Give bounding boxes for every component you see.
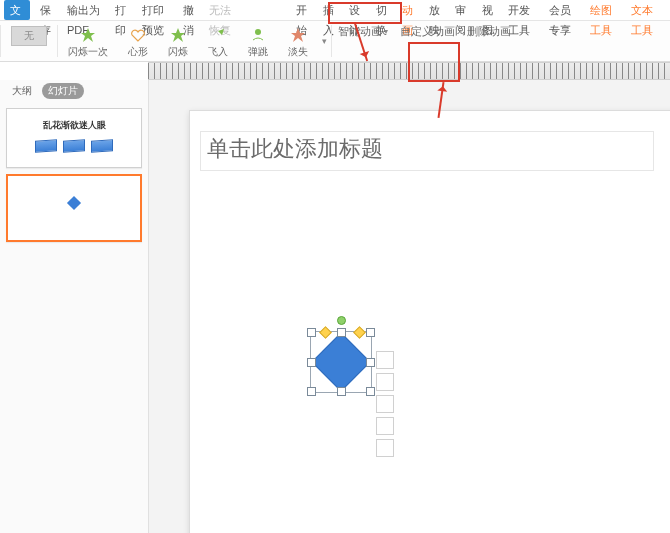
- context-tab-text[interactable]: 文本工具: [625, 0, 666, 20]
- star-icon: [170, 27, 186, 43]
- custom-animation-button[interactable]: 自定义动画: [394, 22, 461, 40]
- menu-save[interactable]: 保存: [34, 0, 60, 20]
- effect-bounce[interactable]: 弹跳: [238, 21, 278, 61]
- thumb-title: 乱花渐欲迷人眼: [7, 119, 141, 132]
- effect-heart[interactable]: 心形: [118, 21, 158, 61]
- fade-icon: [290, 27, 306, 43]
- adjust-handle[interactable]: [319, 326, 332, 339]
- slide-panel: 大纲 幻灯片 乱花渐欲迷人眼: [0, 80, 149, 533]
- slide-canvas[interactable]: 单击此处添加标题: [149, 80, 670, 533]
- resize-handle[interactable]: [366, 328, 375, 337]
- tab-outline[interactable]: 大纲: [6, 83, 38, 99]
- svg-point-2: [255, 29, 261, 35]
- none-icon: 无: [11, 26, 47, 46]
- delete-animation-button[interactable]: 删除动画: [461, 22, 517, 40]
- tab-member[interactable]: 会员专享: [543, 0, 584, 20]
- effect-flash-once[interactable]: 闪烁一次: [58, 21, 118, 61]
- menu-undo[interactable]: 撤消: [177, 0, 203, 20]
- anim-chip[interactable]: [376, 439, 394, 457]
- tab-start[interactable]: 开始: [290, 0, 316, 20]
- context-tab-draw[interactable]: 绘图工具: [584, 0, 625, 20]
- smart-animation-button[interactable]: 智能动画▾: [332, 22, 394, 40]
- tab-slideshow[interactable]: 放映: [423, 0, 449, 20]
- bounce-icon: [250, 27, 266, 43]
- adjust-handle[interactable]: [353, 326, 366, 339]
- chevron-down-icon: ▾: [322, 36, 327, 46]
- flyin-icon: [210, 27, 226, 43]
- resize-handle[interactable]: [307, 387, 316, 396]
- menu-print[interactable]: 打印: [109, 0, 135, 20]
- tab-slides[interactable]: 幻灯片: [42, 83, 84, 99]
- slide: 单击此处添加标题: [189, 110, 670, 533]
- thumb-diamond-icon: [67, 196, 81, 210]
- anim-chip[interactable]: [376, 351, 394, 369]
- resize-handle[interactable]: [337, 387, 346, 396]
- tab-insert[interactable]: 插入: [317, 0, 343, 20]
- resize-handle[interactable]: [307, 358, 316, 367]
- svg-marker-3: [291, 28, 305, 42]
- animation-order-chips: [376, 351, 394, 457]
- tab-dev[interactable]: 开发工具: [502, 0, 543, 20]
- star-icon: [80, 27, 96, 43]
- anim-chip[interactable]: [376, 395, 394, 413]
- selection-box: [310, 331, 372, 393]
- resize-handle[interactable]: [337, 328, 346, 337]
- selected-shape[interactable]: [310, 331, 370, 391]
- menubar: 文件 保存 输出为PDF 打印 打印预览 撤消 无法恢复 开始 插入 设计 切换…: [0, 0, 670, 21]
- menu-file[interactable]: 文件: [4, 0, 30, 20]
- effect-fadeout[interactable]: 淡失: [278, 21, 318, 61]
- effect-none[interactable]: 无: [1, 21, 57, 61]
- slide-thumb-1[interactable]: 乱花渐欲迷人眼: [6, 108, 142, 168]
- horizontal-ruler[interactable]: [148, 62, 670, 80]
- anim-chip[interactable]: [376, 417, 394, 435]
- menu-redo-disabled: 无法恢复: [203, 0, 244, 20]
- resize-handle[interactable]: [366, 358, 375, 367]
- resize-handle[interactable]: [366, 387, 375, 396]
- rotate-handle[interactable]: [337, 316, 346, 325]
- slide-thumb-2[interactable]: [6, 174, 142, 242]
- tab-view[interactable]: 视图: [476, 0, 502, 20]
- effect-flyin[interactable]: 飞入: [198, 21, 238, 61]
- menu-print-preview[interactable]: 打印预览: [136, 0, 177, 20]
- heart-icon: [130, 27, 146, 43]
- ribbon-animation: 无 闪烁一次 心形 闪烁 飞入 弹跳 淡失 ▾ 智能动画▾ 自定义动画 删除动画: [0, 21, 670, 62]
- tab-review[interactable]: 审阅: [449, 0, 475, 20]
- effect-gallery-more[interactable]: ▾: [318, 21, 331, 61]
- title-placeholder[interactable]: 单击此处添加标题: [200, 131, 654, 171]
- resize-handle[interactable]: [307, 328, 316, 337]
- svg-marker-1: [171, 28, 185, 42]
- anim-chip[interactable]: [376, 373, 394, 391]
- effect-flash[interactable]: 闪烁: [158, 21, 198, 61]
- menu-export-pdf[interactable]: 输出为PDF: [61, 0, 109, 20]
- tab-design[interactable]: 设计: [343, 0, 369, 20]
- tab-transition[interactable]: 切换: [370, 0, 396, 20]
- tab-animation[interactable]: 动画: [396, 0, 422, 20]
- svg-marker-0: [81, 28, 95, 42]
